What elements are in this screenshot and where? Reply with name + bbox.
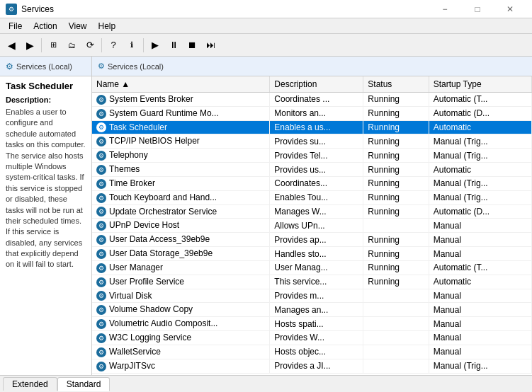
service-name-text: Virtual Disk [109,291,152,301]
service-name-text: User Profile Service [109,277,184,287]
title-bar-left: ⚙ Services [6,4,54,15]
service-name-text: Task Scheduler [109,122,167,132]
service-startup-cell: Automatic [429,120,531,134]
service-name-text: UPnP Device Host [109,220,179,230]
services-table[interactable]: Name ▲ Description Status Startup Type [92,76,532,375]
table-row[interactable]: ⚙W3C Logging ServiceProvides W...Manual [92,331,532,345]
table-row[interactable]: ⚙System Events BrokerCoordinates ...Runn… [92,93,532,107]
content-header-icon: ⚙ [98,62,105,71]
service-name-text: Volumetric Audio Composit... [109,318,217,328]
title-bar-controls: − □ ✕ [429,0,526,18]
service-description-cell: This service... [270,275,363,289]
service-description-cell: Hosts spati... [270,317,363,331]
col-description[interactable]: Description [270,76,363,93]
refresh-button[interactable]: ⟳ [81,37,98,54]
table-row[interactable]: ⚙Task SchedulerEnables a us...RunningAut… [92,120,532,134]
service-startup-cell: Manual (Trig... [429,134,531,149]
table-row[interactable]: ⚙System Guard Runtime Mo...Monitors an..… [92,106,532,120]
table-row[interactable]: ⚙User Data Storage_39eb9eHandles sto...R… [92,247,532,261]
service-description-cell: Provides Tel... [270,149,363,163]
table-row[interactable]: ⚙Virtual DiskProvides m...Manual [92,289,532,303]
service-startup-cell: Manual [429,289,531,303]
service-startup-cell: Manual (Trig... [429,359,531,373]
service-startup-cell: Manual [429,219,531,233]
close-button[interactable]: ✕ [494,0,526,18]
table-row[interactable]: ⚙WarpJITSvcProvides a JI...Manual (Trig.… [92,359,532,373]
menu-file[interactable]: File [3,20,28,33]
table-row[interactable]: ⚙WalletServiceHosts objec...Manual [92,345,532,359]
pause-button[interactable]: ⏸ [165,37,182,54]
service-startup-cell: Automatic [429,163,531,177]
maximize-button[interactable]: □ [461,0,494,18]
service-startup-cell: Automatic (T... [429,260,531,275]
forward-button[interactable]: ▶ [21,37,38,54]
folder-button[interactable]: 🗂 [63,37,80,54]
service-status-cell: Running [363,190,429,204]
service-description-cell: Manages an... [270,303,363,317]
table-row[interactable]: ⚙Touch Keyboard and Hand...Enables Tou..… [92,190,532,204]
service-icon: ⚙ [96,277,106,287]
service-icon: ⚙ [96,263,106,273]
menu-help[interactable]: Help [93,20,122,33]
stop-button[interactable]: ⏹ [183,37,200,54]
service-description-cell: Handles sto... [270,247,363,261]
sidebar-header-text: Services (Local) [16,62,72,71]
toolbar-sep-3 [143,38,144,52]
back-button[interactable]: ◀ [3,37,20,54]
service-icon: ⚙ [96,291,106,301]
table-row[interactable]: ⚙User Data Access_39eb9eProvides ap...Ru… [92,233,532,247]
show-hide-button[interactable]: ⊞ [45,37,62,54]
restart-button[interactable]: ⏭ [202,37,219,54]
col-status[interactable]: Status [363,76,429,93]
menu-view[interactable]: View [63,20,93,33]
service-name-text: User Data Storage_39eb9e [109,248,213,258]
table-row[interactable]: ⚙Update Orchestrator ServiceManages W...… [92,204,532,219]
col-startup[interactable]: Startup Type [429,76,531,93]
service-icon: ⚙ [96,362,106,371]
service-description-cell: Manages W... [270,204,363,219]
service-name-text: System Guard Runtime Mo... [109,108,219,118]
service-name-cell: ⚙Telephony [92,149,270,163]
tab-standard[interactable]: Standard [57,377,111,391]
help-button[interactable]: ? [105,37,122,54]
service-description-cell: Provides ap... [270,233,363,247]
col-name[interactable]: Name ▲ [92,76,270,93]
service-name-text: Time Broker [109,178,155,188]
service-status-cell [363,345,429,359]
service-name-text: WalletService [109,347,161,357]
table-row[interactable]: ⚙Time BrokerCoordinates...RunningManual … [92,176,532,190]
table-row[interactable]: ⚙User Profile ServiceThis service...Runn… [92,275,532,289]
service-startup-cell: Automatic (D... [429,106,531,120]
tab-extended[interactable]: Extended [3,377,57,391]
menu-action[interactable]: Action [28,20,62,33]
service-status-cell: Running [363,247,429,261]
service-icon: ⚙ [96,179,106,189]
table-row[interactable]: ⚙Volume Shadow CopyManages an...Manual [92,303,532,317]
table-row[interactable]: ⚙User ManagerUser Manag...RunningAutomat… [92,260,532,275]
content-header: ⚙ Services (Local) [92,57,532,76]
main-container: ⚙ Services (Local) Task Scheduler Descri… [0,57,532,375]
service-name-text: Update Orchestrator Service [109,207,217,217]
minimize-button[interactable]: − [429,0,461,18]
table-row[interactable]: ⚙UPnP Device HostAllows UPn...Manual [92,219,532,233]
table-row[interactable]: ⚙ThemesProvides us...RunningAutomatic [92,163,532,177]
service-name-cell: ⚙WarpJITSvc [92,359,270,373]
sidebar-service-title: Task Scheduler [6,81,86,91]
play-button[interactable]: ▶ [147,37,164,54]
info-button[interactable]: ℹ [123,37,140,54]
service-name-text: Themes [109,164,140,174]
content-area: ⚙ Services (Local) Name ▲ Description St… [92,57,532,375]
service-name-cell: ⚙Themes [92,163,270,177]
service-description-cell: Provides a JI... [270,359,363,373]
service-status-cell [363,289,429,303]
toolbar-sep-1 [41,38,42,52]
service-name-cell: ⚙Task Scheduler [92,120,270,134]
sidebar-header: ⚙ Services (Local) [0,57,91,76]
service-description-cell: Enables Tou... [270,190,363,204]
table-row[interactable]: ⚙TelephonyProvides Tel...RunningManual (… [92,149,532,163]
table-row[interactable]: ⚙TCP/IP NetBIOS HelperProvides su...Runn… [92,134,532,149]
service-name-cell: ⚙User Data Access_39eb9e [92,233,270,247]
table-row[interactable]: ⚙Volumetric Audio Composit...Hosts spati… [92,317,532,331]
service-icon: ⚙ [96,249,106,259]
service-name-cell: ⚙System Guard Runtime Mo... [92,106,270,120]
